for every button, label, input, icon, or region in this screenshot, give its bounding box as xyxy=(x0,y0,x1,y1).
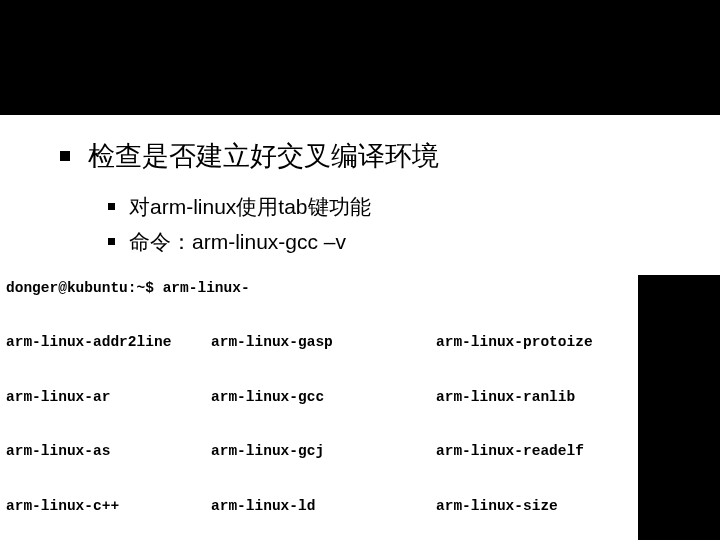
sub-bullet: 命令：arm-linux-gcc –v xyxy=(108,227,680,256)
terminal-col: arm-linux-addr2line arm-linux-ar arm-lin… xyxy=(6,297,211,540)
terminal-line: arm-linux-ranlib xyxy=(436,388,632,406)
terminal-col: arm-linux-protoize arm-linux-ranlib arm-… xyxy=(436,297,632,540)
sub-bullet-text: 命令：arm-linux-gcc –v xyxy=(129,227,346,256)
content-area: 检查是否建立好交叉编译环境 对arm-linux使用tab键功能 命令：arm-… xyxy=(0,115,720,275)
terminal-line: arm-linux-size xyxy=(436,497,632,515)
main-bullet: 检查是否建立好交叉编译环境 xyxy=(60,139,680,174)
terminal-line: arm-linux-gcj xyxy=(211,442,436,460)
terminal-col: arm-linux-gasp arm-linux-gcc arm-linux-g… xyxy=(211,297,436,540)
sub-bullet-text: 对arm-linux使用tab键功能 xyxy=(129,192,371,221)
bullet-dot-icon xyxy=(108,203,115,210)
terminal-line: arm-linux-protoize xyxy=(436,333,632,351)
terminal-line: arm-linux-readelf xyxy=(436,442,632,460)
terminal-line: arm-linux-c++ xyxy=(6,497,211,515)
terminal-line: arm-linux-gcc xyxy=(211,388,436,406)
terminal-line: arm-linux-as xyxy=(6,442,211,460)
terminal-output: donger@kubuntu:~$ arm-linux- arm-linux-a… xyxy=(0,275,638,540)
bullet-dot-icon xyxy=(60,151,70,161)
bullet-dot-icon xyxy=(108,238,115,245)
slide: 检查是否建立好交叉编译环境 对arm-linux使用tab键功能 命令：arm-… xyxy=(0,0,720,540)
main-bullet-text: 检查是否建立好交叉编译环境 xyxy=(88,139,439,174)
terminal-line: arm-linux-ld xyxy=(211,497,436,515)
terminal-line: arm-linux-ar xyxy=(6,388,211,406)
terminal-columns: arm-linux-addr2line arm-linux-ar arm-lin… xyxy=(6,297,632,540)
sub-bullet: 对arm-linux使用tab键功能 xyxy=(108,192,680,221)
terminal-line: arm-linux-gasp xyxy=(211,333,436,351)
terminal-line: donger@kubuntu:~$ arm-linux- xyxy=(6,279,632,297)
sub-bullet-list: 对arm-linux使用tab键功能 命令：arm-linux-gcc –v xyxy=(108,192,680,257)
terminal-line: arm-linux-addr2line xyxy=(6,333,211,351)
